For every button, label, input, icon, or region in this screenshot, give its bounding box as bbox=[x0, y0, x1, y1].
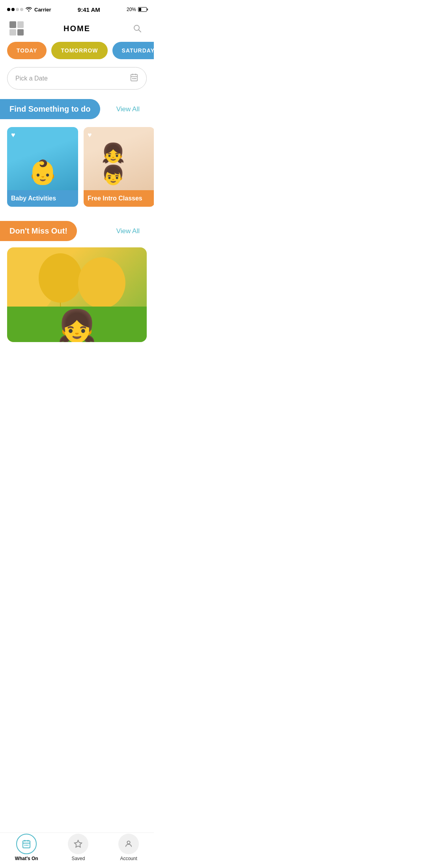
svg-rect-7 bbox=[134, 78, 135, 79]
status-bar: Carrier 9:41 AM 20% bbox=[0, 0, 154, 17]
find-view-all[interactable]: View All bbox=[116, 105, 140, 113]
app-logo bbox=[9, 21, 24, 36]
dont-miss-title: Don't Miss Out! bbox=[0, 221, 77, 241]
baby-activities-card[interactable]: ♥ Baby Activities bbox=[7, 127, 78, 207]
balloon-3 bbox=[78, 257, 125, 309]
svg-line-1 bbox=[139, 30, 141, 32]
calendar-icon bbox=[130, 73, 138, 84]
signal-icon bbox=[7, 8, 23, 11]
dont-miss-image[interactable]: 👧 bbox=[7, 247, 147, 342]
baby-activities-image: ♥ bbox=[7, 127, 78, 190]
date-picker-container: Pick a Date bbox=[0, 67, 154, 97]
free-intro-heart-icon[interactable]: ♥ bbox=[88, 131, 92, 139]
dont-miss-section: Don't Miss Out! View All 👧 bbox=[0, 219, 154, 342]
dont-miss-header: Don't Miss Out! View All bbox=[0, 219, 154, 247]
svg-rect-8 bbox=[135, 78, 136, 79]
balloon-2 bbox=[39, 253, 82, 303]
free-intro-label: Free Intro Classes bbox=[84, 190, 154, 207]
wifi-icon bbox=[26, 6, 32, 13]
carrier-label: Carrier bbox=[34, 7, 51, 13]
status-time: 9:41 AM bbox=[78, 6, 100, 13]
dont-miss-view-all[interactable]: View All bbox=[116, 227, 140, 235]
baby-heart-icon[interactable]: ♥ bbox=[11, 131, 15, 139]
find-section-header: Find Something to do View All bbox=[0, 97, 154, 125]
free-intro-image: ♥ bbox=[84, 127, 154, 190]
find-section: Find Something to do View All ♥ Baby Act… bbox=[0, 97, 154, 218]
free-intro-card[interactable]: ♥ Free Intro Classes bbox=[84, 127, 154, 207]
activity-cards-list: ♥ Baby Activities ♥ Free Intro Classes ♥… bbox=[0, 127, 154, 218]
saturday-button[interactable]: SATURDAY bbox=[112, 42, 154, 59]
date-picker-input[interactable]: Pick a Date bbox=[7, 67, 147, 90]
header: HOME bbox=[0, 17, 154, 42]
baby-activities-label: Baby Activities bbox=[7, 190, 78, 207]
page-title: HOME bbox=[64, 24, 90, 33]
battery-percent: 20% bbox=[127, 7, 136, 12]
dont-miss-bg: 👧 bbox=[7, 247, 147, 342]
date-filter-bar: TODAY TOMORROW SATURDAY SUNDAY bbox=[0, 42, 154, 67]
child-figure: 👧 bbox=[57, 311, 97, 342]
today-button[interactable]: TODAY bbox=[7, 42, 47, 59]
find-section-title: Find Something to do bbox=[0, 99, 100, 119]
status-left: Carrier bbox=[7, 6, 51, 13]
date-picker-placeholder: Pick a Date bbox=[15, 75, 48, 82]
tomorrow-button[interactable]: TOMORROW bbox=[51, 42, 107, 59]
battery-icon bbox=[138, 7, 147, 12]
svg-rect-6 bbox=[132, 78, 133, 79]
status-right: 20% bbox=[127, 7, 147, 12]
svg-rect-2 bbox=[131, 75, 138, 81]
search-button[interactable] bbox=[130, 21, 144, 36]
